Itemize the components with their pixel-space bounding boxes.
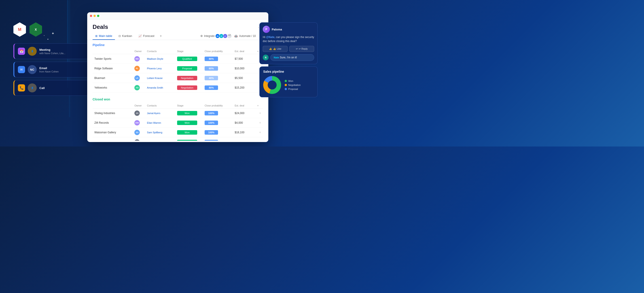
cw-probability-badge: 100% (204, 130, 218, 135)
automate-button[interactable]: 🤖 Automate / 10 (234, 34, 256, 38)
cw-col-owner: Owner (132, 103, 145, 108)
contact-cell: Amanda Smith (145, 83, 175, 92)
cw-col-add: + (255, 103, 263, 108)
page-title: Deals (92, 24, 108, 30)
reply-button[interactable]: ↩ ↩ Reply (289, 46, 314, 52)
email-card[interactable]: ✉ NC Email from Nave Cohen (14, 62, 90, 78)
cw-est-deal: $4,000 (233, 118, 255, 128)
cw-probability-badge: 100% (204, 140, 218, 141)
call-text: Call (39, 86, 86, 90)
probability-badge: 60% (204, 66, 218, 71)
probability-badge: 40% (204, 76, 218, 80)
deal-name: Yelloworks (92, 83, 132, 92)
stage-badge: Negotiation (177, 76, 197, 80)
col-deal-name (92, 48, 132, 54)
closed-won-row[interactable]: Sheleg Industries JA Jamal Ayers Won 100… (92, 108, 263, 118)
add-tab-button[interactable]: + (158, 32, 164, 40)
contact-link[interactable]: Leilani Krause (147, 77, 162, 80)
cw-col-est-deal: Est. deal (233, 103, 255, 108)
reply-bubble: Nate Sure, I'm on it! (270, 54, 314, 61)
col-contacts: Contacts (145, 48, 175, 54)
cw-add-column[interactable]: + (255, 128, 263, 137)
closed-won-row[interactable]: Zift Records EW Elian Warren Won 100% $4… (92, 118, 263, 128)
est-deal: $7,500 (233, 54, 255, 64)
cw-stage-cell: Won (175, 118, 203, 128)
plus-more-badge: +2 (227, 34, 232, 38)
contact-link[interactable]: Phoenix Levy (147, 67, 162, 70)
pipeline-row[interactable]: Ridge Software PL Phoenix Levy Proposal … (92, 64, 263, 73)
est-deal: $15,200 (233, 83, 255, 92)
contact-link[interactable]: Amanda Smith (147, 86, 163, 89)
legend-dot-negotiation (285, 84, 287, 86)
cw-deal-name: Sheleg Industries (92, 108, 132, 118)
tab-main-table[interactable]: ⊞ Main table (92, 32, 115, 40)
cw-stage-badge: Won (177, 120, 197, 125)
pipeline-row[interactable]: Bluemart LK Leilani Krause Negotiation 4… (92, 73, 263, 83)
closed-won-row[interactable]: SFF Cruise HG Hannah Gluck Won 100% $5,8… (92, 137, 263, 141)
probability-cell: 60% (203, 64, 233, 73)
meeting-card[interactable]: 📅 👤 Meeting with Nave Cohen, Lita... (14, 44, 90, 59)
close-dot[interactable] (90, 15, 92, 17)
sales-pipeline-card: Sales pipeline Won Negotiation (260, 66, 318, 97)
closed-won-row[interactable]: Waissman Gallery SS Sam Spillberg Won 10… (92, 128, 263, 137)
minimize-dot[interactable] (94, 15, 96, 17)
tab-kanban[interactable]: ⊡ Kanban (116, 32, 135, 40)
cw-contact-link[interactable]: Jamal Ayers (147, 112, 160, 114)
like-button[interactable]: 👍 👍 Like (263, 46, 288, 52)
cw-stage-cell: Won (175, 137, 203, 141)
pipeline-content: Won Negotiation Proposal (263, 76, 314, 94)
cw-owner-cell: EW (132, 118, 145, 128)
stage-cell: Negotiation (175, 83, 203, 92)
owner-cell: MD (132, 54, 145, 64)
cw-owner-avatar: HG (134, 139, 140, 141)
pipeline-row[interactable]: Twister Sports MD Madison Doyle Qualifie… (92, 54, 263, 64)
cw-stage-badge: Won (177, 140, 197, 141)
cw-stage-cell: Won (175, 108, 203, 118)
call-card[interactable]: 📞 👤 Call (14, 80, 90, 96)
chat-sender-name: Paloma (272, 28, 282, 31)
chat-mention: @Nate (266, 36, 274, 39)
chat-reply: N Nate Sure, I'm on it! (263, 54, 314, 61)
pie-chart (263, 76, 281, 94)
cw-owner-avatar: JA (134, 110, 140, 116)
est-deal: $5,500 (233, 73, 255, 83)
contact-link[interactable]: Madison Doyle (147, 58, 163, 60)
owner-avatar: MD (134, 56, 140, 62)
cw-add-column[interactable]: + (255, 108, 263, 118)
reply-icon: ↩ (296, 48, 298, 50)
cw-probability-cell: 100% (203, 108, 233, 118)
closed-won-header-row: Owner Contacts Stage Close probability E… (92, 103, 263, 108)
integrate-button[interactable]: ⚙ Integrate m c c +2 (200, 34, 232, 38)
legend-proposal: Proposal (285, 88, 301, 90)
email-avatar: NC (28, 65, 37, 74)
cw-est-deal: $18,100 (233, 128, 255, 137)
tab-forecast[interactable]: 📈 Forecast (136, 32, 157, 40)
cw-add-column[interactable]: + (255, 118, 263, 128)
cw-add-column[interactable]: + (255, 137, 263, 141)
pipeline-row[interactable]: Yelloworks AS Amanda Smith Negotiation 8… (92, 83, 263, 92)
main-table-icon: ⊞ (95, 34, 98, 38)
tab-right-actions: ⚙ Integrate m c c +2 🤖 Automate / 10 ⌃ (200, 33, 263, 39)
cw-contact-link[interactable]: Sam Spillberg (147, 131, 162, 134)
stage-cell: Proposal (175, 64, 203, 73)
col-stage: Stage (175, 48, 203, 54)
contact-cell: Leilani Krause (145, 73, 175, 83)
paloma-avatar: P (263, 26, 270, 33)
meeting-avatar: 👤 (28, 47, 37, 56)
chat-header: P Paloma (263, 26, 314, 33)
cw-owner-cell: JA (132, 108, 145, 118)
cw-contact-cell: Hannah Gluck (145, 137, 175, 141)
pipeline-group-label: Pipeline (92, 40, 263, 48)
pipeline-legend: Won Negotiation Proposal (285, 80, 301, 90)
col-est-deal: Est. deal (233, 48, 255, 54)
integration-icons: m c c +2 (216, 34, 232, 38)
owner-cell: LK (132, 73, 145, 83)
maximize-dot[interactable] (97, 15, 99, 17)
cw-est-deal: $5,800 (233, 137, 255, 141)
cw-contact-link[interactable]: Elian Warren (147, 122, 161, 124)
int-icon-3: c (223, 34, 228, 38)
probability-cell: 40% (203, 73, 233, 83)
gmail-icon: M (14, 22, 26, 37)
owner-avatar: AS (134, 85, 140, 90)
cw-contact-cell: Elian Warren (145, 118, 175, 128)
